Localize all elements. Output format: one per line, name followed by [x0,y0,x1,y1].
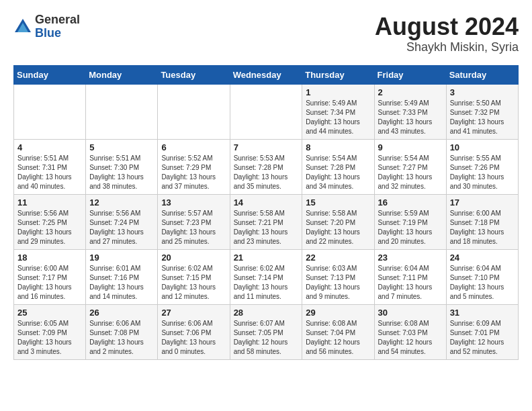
day-number: 15 [306,197,370,208]
day-detail: Sunrise: 5:51 AM Sunset: 7:31 PM Dayligh… [17,154,82,191]
calendar-cell: 6Sunrise: 5:52 AM Sunset: 7:29 PM Daylig… [158,139,230,194]
calendar-cell: 16Sunrise: 5:59 AM Sunset: 7:19 PM Dayli… [374,194,446,249]
day-number: 31 [450,308,515,318]
day-number: 19 [89,253,154,263]
calendar-cell: 3Sunrise: 5:50 AM Sunset: 7:32 PM Daylig… [446,84,518,139]
calendar-cell: 2Sunrise: 5:49 AM Sunset: 7:33 PM Daylig… [374,84,446,139]
calendar-cell: 9Sunrise: 5:54 AM Sunset: 7:27 PM Daylig… [374,139,446,194]
day-number: 6 [161,142,226,152]
day-number: 29 [306,308,370,318]
day-number: 8 [306,142,370,152]
day-number: 17 [450,197,515,208]
weekday-header: Saturday [446,65,518,84]
day-number: 20 [161,253,226,263]
weekday-header: Tuesday [158,65,230,84]
day-number: 22 [306,253,370,263]
day-number: 26 [89,308,154,318]
day-number: 25 [17,308,82,318]
logo-icon [13,17,32,36]
day-detail: Sunrise: 5:57 AM Sunset: 7:23 PM Dayligh… [161,209,226,246]
day-detail: Sunrise: 5:56 AM Sunset: 7:25 PM Dayligh… [17,209,82,246]
day-number: 24 [450,253,515,263]
calendar-cell: 19Sunrise: 6:01 AM Sunset: 7:16 PM Dayli… [86,249,158,304]
day-detail: Sunrise: 5:59 AM Sunset: 7:19 PM Dayligh… [378,209,443,246]
day-detail: Sunrise: 5:50 AM Sunset: 7:32 PM Dayligh… [450,99,515,136]
calendar-cell: 30Sunrise: 6:08 AM Sunset: 7:03 PM Dayli… [374,304,446,359]
calendar-cell: 4Sunrise: 5:51 AM Sunset: 7:31 PM Daylig… [14,139,86,194]
day-detail: Sunrise: 6:06 AM Sunset: 7:06 PM Dayligh… [161,319,226,357]
day-detail: Sunrise: 6:00 AM Sunset: 7:17 PM Dayligh… [17,264,82,302]
location: Shaykh Miskin, Syria [375,40,519,54]
weekday-header: Sunday [14,65,86,84]
day-number: 2 [378,87,443,97]
weekday-header: Monday [86,65,158,84]
calendar-week-row: 11Sunrise: 5:56 AM Sunset: 7:25 PM Dayli… [14,194,519,249]
calendar-cell [230,84,302,139]
day-detail: Sunrise: 6:08 AM Sunset: 7:04 PM Dayligh… [306,319,370,357]
calendar-cell: 22Sunrise: 6:03 AM Sunset: 7:13 PM Dayli… [302,249,374,304]
day-detail: Sunrise: 6:04 AM Sunset: 7:11 PM Dayligh… [378,264,443,302]
page-header: General Blue August 2024 Shaykh Miskin, … [13,13,519,54]
day-detail: Sunrise: 6:04 AM Sunset: 7:10 PM Dayligh… [450,264,515,302]
month-year: August 2024 [375,13,519,40]
day-detail: Sunrise: 6:02 AM Sunset: 7:15 PM Dayligh… [161,264,226,302]
day-number: 28 [234,308,299,318]
weekday-header: Thursday [302,65,374,84]
calendar-cell: 14Sunrise: 5:58 AM Sunset: 7:21 PM Dayli… [230,194,302,249]
day-number: 5 [89,142,154,152]
day-detail: Sunrise: 5:55 AM Sunset: 7:26 PM Dayligh… [450,154,515,191]
day-detail: Sunrise: 6:03 AM Sunset: 7:13 PM Dayligh… [306,264,370,302]
day-detail: Sunrise: 5:53 AM Sunset: 7:28 PM Dayligh… [234,154,299,191]
day-number: 4 [17,142,82,152]
calendar-week-row: 1Sunrise: 5:49 AM Sunset: 7:34 PM Daylig… [14,84,519,139]
day-detail: Sunrise: 6:02 AM Sunset: 7:14 PM Dayligh… [234,264,299,302]
calendar-cell: 15Sunrise: 5:58 AM Sunset: 7:20 PM Dayli… [302,194,374,249]
day-number: 1 [306,87,370,97]
calendar-cell: 26Sunrise: 6:06 AM Sunset: 7:08 PM Dayli… [86,304,158,359]
calendar-week-row: 4Sunrise: 5:51 AM Sunset: 7:31 PM Daylig… [14,139,519,194]
calendar-week-row: 18Sunrise: 6:00 AM Sunset: 7:17 PM Dayli… [14,249,519,304]
calendar-cell [14,84,86,139]
day-detail: Sunrise: 5:56 AM Sunset: 7:24 PM Dayligh… [89,209,154,246]
calendar-cell: 31Sunrise: 6:09 AM Sunset: 7:01 PM Dayli… [446,304,518,359]
logo-line1: General [35,13,80,27]
logo: General Blue [13,13,80,40]
title-block: August 2024 Shaykh Miskin, Syria [375,13,519,54]
calendar-cell: 10Sunrise: 5:55 AM Sunset: 7:26 PM Dayli… [446,139,518,194]
calendar-cell: 28Sunrise: 6:07 AM Sunset: 7:05 PM Dayli… [230,304,302,359]
day-number: 13 [161,197,226,208]
day-detail: Sunrise: 5:58 AM Sunset: 7:21 PM Dayligh… [234,209,299,246]
calendar-cell: 13Sunrise: 5:57 AM Sunset: 7:23 PM Dayli… [158,194,230,249]
weekday-header: Friday [374,65,446,84]
day-detail: Sunrise: 6:01 AM Sunset: 7:16 PM Dayligh… [89,264,154,302]
day-number: 3 [450,87,515,97]
calendar-cell: 29Sunrise: 6:08 AM Sunset: 7:04 PM Dayli… [302,304,374,359]
day-number: 14 [234,197,299,208]
logo-line2: Blue [35,27,80,40]
weekday-header: Wednesday [230,65,302,84]
calendar-cell [86,84,158,139]
calendar-week-row: 25Sunrise: 6:05 AM Sunset: 7:09 PM Dayli… [14,304,519,359]
day-number: 30 [378,308,443,318]
weekday-header-row: SundayMondayTuesdayWednesdayThursdayFrid… [14,65,519,84]
day-detail: Sunrise: 5:51 AM Sunset: 7:30 PM Dayligh… [89,154,154,191]
calendar-cell: 23Sunrise: 6:04 AM Sunset: 7:11 PM Dayli… [374,249,446,304]
calendar: SundayMondayTuesdayWednesdayThursdayFrid… [13,65,519,360]
calendar-cell: 7Sunrise: 5:53 AM Sunset: 7:28 PM Daylig… [230,139,302,194]
day-detail: Sunrise: 6:08 AM Sunset: 7:03 PM Dayligh… [378,319,443,357]
day-detail: Sunrise: 6:07 AM Sunset: 7:05 PM Dayligh… [234,319,299,357]
calendar-cell: 8Sunrise: 5:54 AM Sunset: 7:28 PM Daylig… [302,139,374,194]
calendar-cell: 5Sunrise: 5:51 AM Sunset: 7:30 PM Daylig… [86,139,158,194]
day-number: 27 [161,308,226,318]
calendar-cell: 12Sunrise: 5:56 AM Sunset: 7:24 PM Dayli… [86,194,158,249]
day-number: 7 [234,142,299,152]
day-detail: Sunrise: 6:00 AM Sunset: 7:18 PM Dayligh… [450,209,515,246]
logo-text: General Blue [35,13,80,40]
calendar-cell: 24Sunrise: 6:04 AM Sunset: 7:10 PM Dayli… [446,249,518,304]
day-number: 12 [89,197,154,208]
calendar-cell: 11Sunrise: 5:56 AM Sunset: 7:25 PM Dayli… [14,194,86,249]
calendar-cell: 21Sunrise: 6:02 AM Sunset: 7:14 PM Dayli… [230,249,302,304]
day-number: 21 [234,253,299,263]
calendar-cell: 25Sunrise: 6:05 AM Sunset: 7:09 PM Dayli… [14,304,86,359]
calendar-cell: 18Sunrise: 6:00 AM Sunset: 7:17 PM Dayli… [14,249,86,304]
